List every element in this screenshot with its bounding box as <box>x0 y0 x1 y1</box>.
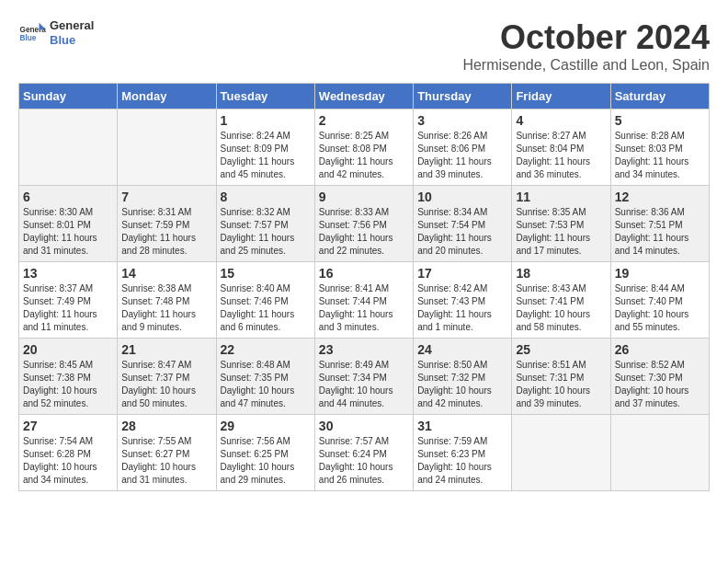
day-number: 30 <box>319 419 409 433</box>
weekday-header-sunday: Sunday <box>19 84 118 109</box>
day-number: 17 <box>417 266 507 281</box>
calendar-cell: 2Sunrise: 8:25 AM Sunset: 8:08 PM Daylig… <box>314 109 413 186</box>
calendar-cell: 1Sunrise: 8:24 AM Sunset: 8:09 PM Daylig… <box>216 109 314 186</box>
calendar-cell: 5Sunrise: 8:28 AM Sunset: 8:03 PM Daylig… <box>610 109 709 186</box>
title-block: October 2024 Hermisende, Castille and Le… <box>462 18 710 74</box>
calendar-cell: 17Sunrise: 8:42 AM Sunset: 7:43 PM Dayli… <box>414 262 512 339</box>
calendar-cell: 24Sunrise: 8:50 AM Sunset: 7:32 PM Dayli… <box>414 339 512 415</box>
day-number: 10 <box>417 190 507 204</box>
day-info: Sunrise: 8:32 AM Sunset: 7:57 PM Dayligh… <box>221 206 311 258</box>
day-info: Sunrise: 8:24 AM Sunset: 8:09 PM Dayligh… <box>221 130 311 181</box>
day-info: Sunrise: 8:45 AM Sunset: 7:38 PM Dayligh… <box>23 359 113 410</box>
day-number: 7 <box>121 190 211 204</box>
calendar-cell <box>19 109 118 186</box>
calendar-week-4: 20Sunrise: 8:45 AM Sunset: 7:38 PM Dayli… <box>19 339 710 415</box>
calendar-week-3: 13Sunrise: 8:37 AM Sunset: 7:49 PM Dayli… <box>19 262 710 339</box>
calendar-cell: 18Sunrise: 8:43 AM Sunset: 7:41 PM Dayli… <box>512 262 610 339</box>
day-info: Sunrise: 8:37 AM Sunset: 7:49 PM Dayligh… <box>23 282 113 334</box>
calendar-cell <box>610 415 709 491</box>
calendar-cell: 28Sunrise: 7:55 AM Sunset: 6:27 PM Dayli… <box>118 415 216 491</box>
calendar-cell: 16Sunrise: 8:41 AM Sunset: 7:44 PM Dayli… <box>314 262 413 339</box>
calendar-cell: 4Sunrise: 8:27 AM Sunset: 8:04 PM Daylig… <box>512 109 610 186</box>
calendar-cell: 11Sunrise: 8:35 AM Sunset: 7:53 PM Dayli… <box>512 186 610 262</box>
day-info: Sunrise: 8:34 AM Sunset: 7:54 PM Dayligh… <box>417 206 507 258</box>
calendar-cell: 12Sunrise: 8:36 AM Sunset: 7:51 PM Dayli… <box>610 186 709 262</box>
day-info: Sunrise: 8:26 AM Sunset: 8:06 PM Dayligh… <box>417 130 507 181</box>
calendar-cell: 20Sunrise: 8:45 AM Sunset: 7:38 PM Dayli… <box>19 339 118 415</box>
logo-icon: General Blue <box>18 19 46 47</box>
day-number: 25 <box>516 342 606 357</box>
day-number: 31 <box>417 419 507 433</box>
day-number: 26 <box>615 342 705 357</box>
day-number: 3 <box>417 113 507 128</box>
svg-text:Blue: Blue <box>20 33 37 41</box>
month-title: October 2024 <box>462 18 710 57</box>
day-number: 24 <box>417 342 507 357</box>
day-number: 18 <box>516 266 606 281</box>
calendar-cell: 27Sunrise: 7:54 AM Sunset: 6:28 PM Dayli… <box>19 415 118 491</box>
day-info: Sunrise: 8:27 AM Sunset: 8:04 PM Dayligh… <box>516 130 606 181</box>
logo: General Blue General Blue <box>18 18 94 47</box>
logo-blue-text: Blue <box>50 33 94 48</box>
calendar-cell: 22Sunrise: 8:48 AM Sunset: 7:35 PM Dayli… <box>216 339 314 415</box>
day-info: Sunrise: 8:41 AM Sunset: 7:44 PM Dayligh… <box>319 282 409 334</box>
day-number: 20 <box>23 342 113 357</box>
calendar-week-2: 6Sunrise: 8:30 AM Sunset: 8:01 PM Daylig… <box>19 186 710 262</box>
day-number: 27 <box>23 419 113 433</box>
calendar-week-1: 1Sunrise: 8:24 AM Sunset: 8:09 PM Daylig… <box>19 109 710 186</box>
day-info: Sunrise: 8:43 AM Sunset: 7:41 PM Dayligh… <box>516 282 606 334</box>
calendar-week-5: 27Sunrise: 7:54 AM Sunset: 6:28 PM Dayli… <box>19 415 710 491</box>
weekday-header-monday: Monday <box>118 84 216 109</box>
day-number: 29 <box>221 419 311 433</box>
day-number: 1 <box>221 113 311 128</box>
weekday-header-tuesday: Tuesday <box>216 84 314 109</box>
day-number: 28 <box>121 419 211 433</box>
day-number: 21 <box>121 342 211 357</box>
day-info: Sunrise: 8:42 AM Sunset: 7:43 PM Dayligh… <box>417 282 507 334</box>
day-number: 5 <box>615 113 705 128</box>
location-subtitle: Hermisende, Castille and Leon, Spain <box>462 57 710 74</box>
day-info: Sunrise: 8:51 AM Sunset: 7:31 PM Dayligh… <box>516 359 606 410</box>
day-number: 9 <box>319 190 409 204</box>
day-info: Sunrise: 8:38 AM Sunset: 7:48 PM Dayligh… <box>121 282 211 334</box>
day-info: Sunrise: 7:59 AM Sunset: 6:23 PM Dayligh… <box>417 435 507 487</box>
calendar-cell: 10Sunrise: 8:34 AM Sunset: 7:54 PM Dayli… <box>414 186 512 262</box>
day-number: 2 <box>319 113 409 128</box>
day-info: Sunrise: 7:54 AM Sunset: 6:28 PM Dayligh… <box>23 435 113 487</box>
day-number: 22 <box>221 342 311 357</box>
day-info: Sunrise: 8:52 AM Sunset: 7:30 PM Dayligh… <box>615 359 705 410</box>
day-info: Sunrise: 8:25 AM Sunset: 8:08 PM Dayligh… <box>319 130 409 181</box>
calendar-cell <box>118 109 216 186</box>
calendar-cell: 3Sunrise: 8:26 AM Sunset: 8:06 PM Daylig… <box>414 109 512 186</box>
day-info: Sunrise: 7:57 AM Sunset: 6:24 PM Dayligh… <box>319 435 409 487</box>
weekday-header-thursday: Thursday <box>414 84 512 109</box>
calendar-cell: 19Sunrise: 8:44 AM Sunset: 7:40 PM Dayli… <box>610 262 709 339</box>
calendar-cell: 29Sunrise: 7:56 AM Sunset: 6:25 PM Dayli… <box>216 415 314 491</box>
day-info: Sunrise: 7:55 AM Sunset: 6:27 PM Dayligh… <box>121 435 211 487</box>
weekday-header-wednesday: Wednesday <box>314 84 413 109</box>
day-info: Sunrise: 8:31 AM Sunset: 7:59 PM Dayligh… <box>121 206 211 258</box>
day-info: Sunrise: 8:35 AM Sunset: 7:53 PM Dayligh… <box>516 206 606 258</box>
day-info: Sunrise: 7:56 AM Sunset: 6:25 PM Dayligh… <box>221 435 311 487</box>
weekday-header-row: SundayMondayTuesdayWednesdayThursdayFrid… <box>19 84 710 109</box>
day-info: Sunrise: 8:44 AM Sunset: 7:40 PM Dayligh… <box>615 282 705 334</box>
day-info: Sunrise: 8:49 AM Sunset: 7:34 PM Dayligh… <box>319 359 409 410</box>
day-info: Sunrise: 8:40 AM Sunset: 7:46 PM Dayligh… <box>221 282 311 334</box>
day-info: Sunrise: 8:48 AM Sunset: 7:35 PM Dayligh… <box>221 359 311 410</box>
day-info: Sunrise: 8:50 AM Sunset: 7:32 PM Dayligh… <box>417 359 507 410</box>
calendar-table: SundayMondayTuesdayWednesdayThursdayFrid… <box>18 83 710 491</box>
calendar-cell: 14Sunrise: 8:38 AM Sunset: 7:48 PM Dayli… <box>118 262 216 339</box>
day-number: 12 <box>615 190 705 204</box>
day-number: 6 <box>23 190 113 204</box>
day-number: 16 <box>319 266 409 281</box>
calendar-cell: 31Sunrise: 7:59 AM Sunset: 6:23 PM Dayli… <box>414 415 512 491</box>
day-info: Sunrise: 8:36 AM Sunset: 7:51 PM Dayligh… <box>615 206 705 258</box>
calendar-cell: 8Sunrise: 8:32 AM Sunset: 7:57 PM Daylig… <box>216 186 314 262</box>
calendar-cell: 26Sunrise: 8:52 AM Sunset: 7:30 PM Dayli… <box>610 339 709 415</box>
day-info: Sunrise: 8:47 AM Sunset: 7:37 PM Dayligh… <box>121 359 211 410</box>
calendar-cell: 21Sunrise: 8:47 AM Sunset: 7:37 PM Dayli… <box>118 339 216 415</box>
day-info: Sunrise: 8:33 AM Sunset: 7:56 PM Dayligh… <box>319 206 409 258</box>
calendar-cell: 13Sunrise: 8:37 AM Sunset: 7:49 PM Dayli… <box>19 262 118 339</box>
calendar-cell: 15Sunrise: 8:40 AM Sunset: 7:46 PM Dayli… <box>216 262 314 339</box>
day-number: 14 <box>121 266 211 281</box>
